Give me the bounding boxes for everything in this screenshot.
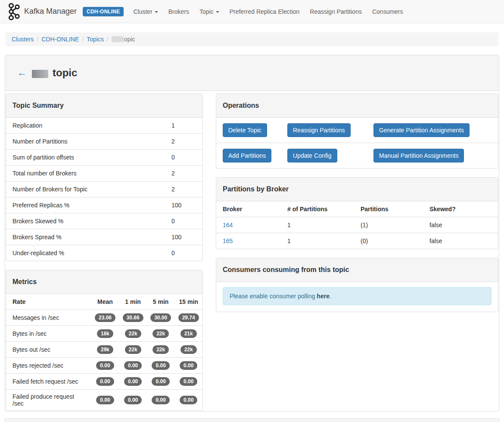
table-row: Bytes in /sec 16k 22k 22k 21k [6, 326, 202, 342]
metric-badge: 22k [125, 345, 141, 354]
enable-consumer-polling-link[interactable]: here [317, 293, 330, 300]
chevron-down-icon [216, 11, 219, 13]
metric-badge: 0.00 [152, 377, 169, 386]
nav-brokers[interactable]: Brokers [163, 8, 194, 15]
nav-cluster-label: Cluster [133, 8, 152, 15]
table-row: Delete Topic Reassign Partitions Generat… [216, 118, 498, 143]
operations-title: Operations [216, 94, 498, 118]
metric-badge: 22k [180, 345, 197, 354]
summary-value: 100 [171, 229, 202, 245]
metric-badge: 29k [97, 345, 113, 354]
metric-label: Failed produce request /sec [6, 390, 91, 411]
table-row: Under-replicated %0 [6, 245, 202, 261]
partitions-header: Partitions [354, 201, 423, 217]
skewed-cell: false [423, 217, 498, 233]
delete-topic-button[interactable]: Delete Topic [223, 123, 267, 137]
summary-value: 1 [171, 118, 202, 134]
nav-brokers-label: Brokers [168, 8, 189, 15]
metrics-title: Metrics [6, 270, 202, 294]
metrics-header: Mean [91, 294, 119, 310]
topic-panel: ← topic Topic Summary Replication1 Numbe… [5, 55, 499, 412]
metric-badge: 0.00 [96, 396, 114, 404]
topic-panel-heading: ← topic [5, 55, 499, 91]
metric-badge: 22k [125, 329, 141, 338]
metric-badge: 0.00 [180, 396, 197, 404]
summary-label: Under-replicated % [6, 245, 171, 261]
table-row: Messages in /sec 23.06 30.66 30.00 29.74 [6, 310, 202, 326]
num-partitions-cell: 1 [281, 217, 354, 233]
summary-label: Replication [6, 118, 171, 134]
summary-value: 0 [171, 150, 202, 166]
nav-reassign-partitions[interactable]: Reassign Partitions [305, 8, 367, 15]
chevron-down-icon [155, 11, 158, 13]
main-nav: Cluster Brokers Topic Preferred Replica … [128, 8, 408, 15]
summary-value: 2 [171, 134, 202, 150]
generate-partition-assignments-button[interactable]: Generate Partition Assignments [373, 123, 470, 137]
table-row: Failed fetch request /sec 0.00 0.00 0.00… [6, 374, 202, 390]
kafka-logo-icon[interactable] [5, 3, 21, 21]
manual-partition-assignments-button[interactable]: Manual Partition Assignments [373, 149, 464, 163]
table-row: 165 1 (0) false [216, 233, 498, 249]
metric-badge: 0.00 [180, 377, 197, 386]
cluster-badge[interactable]: CDH-ONLINE [83, 7, 124, 16]
metric-badge: 0.00 [152, 361, 169, 370]
metrics-header: 1 min [119, 294, 147, 310]
metric-badge: 0.00 [96, 377, 114, 386]
metric-badge: 0.00 [180, 361, 197, 370]
metric-badge: 30.00 [150, 313, 171, 322]
breadcrumb-clusters[interactable]: Clusters [12, 36, 34, 43]
breadcrumb-separator: / [34, 36, 41, 43]
alert-text: Please enable consumer polling [230, 293, 317, 300]
broker-link[interactable]: 165 [223, 238, 233, 244]
reassign-partitions-button[interactable]: Reassign Partitions [287, 123, 351, 137]
consumer-polling-alert: Please enable consumer polling here. [223, 287, 492, 305]
nav-preferred-replica-election-label: Preferred Replica Election [230, 8, 300, 15]
table-row: Replication1 [6, 118, 202, 134]
nav-topic[interactable]: Topic [194, 8, 224, 15]
metric-label: Bytes out /sec [6, 342, 91, 358]
table-row: Sum of partition offsets0 [6, 150, 202, 166]
summary-value: 2 [171, 166, 202, 181]
summary-label: Brokers Spread % [6, 229, 171, 245]
summary-label: Number of Brokers for Topic [6, 181, 171, 197]
summary-value: 0 [171, 245, 202, 261]
redacted-topic-name [112, 36, 124, 42]
breadcrumb-current-topic: opic [124, 36, 135, 43]
summary-label: Sum of partition offsets [6, 150, 171, 166]
nav-preferred-replica-election[interactable]: Preferred Replica Election [224, 8, 305, 15]
nav-topic-label: Topic [199, 8, 214, 15]
num-partitions-cell: 1 [281, 233, 354, 249]
next-panel-edge [5, 418, 499, 422]
metric-badge: 22k [152, 329, 169, 338]
metric-badge: 0.00 [96, 361, 114, 370]
topic-summary-panel: Topic Summary Replication1 Number of Par… [6, 94, 203, 261]
table-row: Number of Brokers for Topic2 [6, 181, 202, 197]
metric-label: Bytes in /sec [6, 326, 91, 342]
metrics-header: 15 min [174, 294, 202, 310]
metric-badge: 16k [97, 329, 113, 338]
metric-label: Bytes rejected /sec [6, 358, 91, 374]
summary-label: Total number of Brokers [6, 166, 171, 181]
partitions-by-broker-panel: Partitions by Broker Broker # of Partiti… [216, 177, 498, 249]
back-arrow-icon[interactable]: ← [17, 68, 27, 78]
breadcrumb-cluster-name[interactable]: CDH-ONLINE [41, 36, 79, 43]
metric-label: Messages in /sec [6, 310, 91, 326]
add-partitions-button[interactable]: Add Partitions [223, 149, 271, 163]
partitions-cell: (0) [354, 233, 423, 249]
breadcrumb: Clusters / CDH-ONLINE / Topics / opic [5, 32, 499, 46]
table-row: Brokers Skewed %0 [6, 213, 202, 229]
nav-consumers[interactable]: Consumers [367, 8, 408, 15]
operations-table: Delete Topic Reassign Partitions Generat… [216, 118, 498, 168]
metric-badge: 29.74 [178, 313, 199, 322]
broker-link[interactable]: 164 [223, 222, 233, 228]
nav-cluster[interactable]: Cluster [128, 8, 163, 15]
breadcrumb-topics[interactable]: Topics [87, 36, 104, 43]
update-config-button[interactable]: Update Config [287, 149, 337, 163]
skewed-cell: false [423, 233, 498, 249]
table-row: Number of Partitions2 [6, 134, 202, 150]
metrics-table: Rate Mean 1 min 5 min 15 min Messages in… [6, 294, 202, 410]
table-row: Failed produce request /sec 0.00 0.00 0.… [6, 390, 202, 411]
brand[interactable]: Kafka Manager [24, 7, 77, 16]
summary-value: 0 [171, 213, 202, 229]
consumers-title: Consumers consuming from this topic [216, 258, 498, 282]
